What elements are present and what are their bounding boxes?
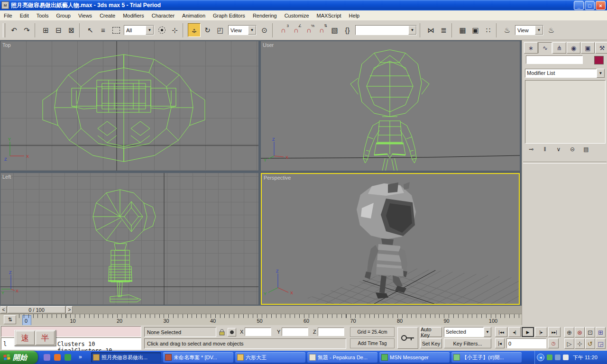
display-tab[interactable]: ▣ [581,42,595,54]
spinner-snap-toggle-button[interactable]: ∩⇅ [316,24,328,36]
percent-snap-toggle-button[interactable]: ∩% [303,24,315,36]
time-slider-handle[interactable]: 0 / 100 [8,306,65,313]
select-and-link-button[interactable]: ⊞ [40,24,52,36]
chevron-down-icon[interactable]: ▼ [248,26,256,35]
ime-halfwidth-button[interactable]: 半 [36,331,55,345]
go-to-end-button[interactable]: ▸▸| [548,327,561,337]
select-object-button[interactable]: ↖ [84,24,96,36]
add-time-tag[interactable]: Add Time Tag [350,338,395,348]
chevron-down-icon[interactable]: ▼ [484,327,491,337]
chevron-down-icon[interactable]: ▼ [408,26,416,35]
select-and-manipulate-button[interactable]: ⊹ [169,24,181,36]
time-configuration-button[interactable]: ◷ [548,338,559,348]
menu-customize[interactable]: Customize [281,12,313,19]
tray-msn-icon[interactable] [547,355,552,360]
bind-to-space-warp-button[interactable]: ⊠ [65,24,77,36]
x-coord-field[interactable] [245,328,271,336]
tray-hide-button[interactable]: ◂ [537,354,544,361]
modifier-stack-list[interactable] [525,80,606,144]
viewport-user[interactable]: User [261,41,520,171]
selection-lock-toggle[interactable] [218,328,226,337]
menu-rendering[interactable]: Rendering [249,12,281,19]
close-button[interactable]: × [596,1,606,10]
set-keys-button[interactable] [397,327,418,349]
select-and-rotate-button[interactable]: ↻ [202,24,213,36]
select-by-name-button[interactable]: ≡ [97,24,109,36]
menu-maxscript[interactable]: MAXScript [313,12,345,19]
render-type-dropdown[interactable]: View▼ [515,25,543,35]
hierarchy-tab[interactable]: ⋔ [552,42,566,54]
menu-views[interactable]: Views [74,12,96,19]
render-scene-button[interactable]: ♨ [501,24,513,36]
selection-filter-dropdown[interactable]: All▼ [124,25,154,35]
use-pivot-point-center-button[interactable]: ⊙ [258,24,270,36]
pin-stack-button[interactable]: ⊸ [525,145,537,154]
undo-button[interactable]: ↶ [8,24,20,36]
y-coord-field[interactable] [282,328,308,336]
media-player-icon[interactable] [64,354,71,361]
menu-help[interactable]: Help [345,12,364,19]
quick-launch-chevron[interactable]: » [79,354,82,360]
menu-character[interactable]: Character [148,12,178,19]
window-crossing-toggle[interactable] [156,24,168,36]
menu-create[interactable]: Create [96,12,119,19]
maximize-button[interactable]: □ [585,1,595,10]
menu-tools[interactable]: Tools [33,12,53,19]
arc-rotate-button[interactable]: ↺ [585,338,595,349]
key-mode-toggle-button[interactable]: |◂ [495,338,505,348]
movie-maker-icon[interactable] [44,354,50,361]
material-editor-button[interactable]: ∷ [482,24,494,36]
task-pepakura[interactable]: 無題 - Pepakura De... [307,352,377,363]
chevron-down-icon[interactable]: ▼ [146,26,154,35]
task-3dsmax[interactable]: 照月亮做容易做出... [91,352,161,363]
auto-key-button[interactable]: Auto Key [420,327,442,337]
zoom-extents-button[interactable]: ⊡ [585,327,595,337]
unlink-selection-button[interactable]: ⊟ [53,24,64,36]
key-filters-button[interactable]: Key Filters... [444,338,491,348]
make-unique-button[interactable]: ∨ [552,145,565,154]
menu-graph-editors[interactable]: Graph Editors [209,12,249,19]
select-and-scale-button[interactable]: ◰ [214,24,226,36]
go-to-start-button[interactable]: |◂◂ [495,327,507,337]
menu-file[interactable]: File [0,12,16,19]
firefox-icon[interactable] [54,354,61,361]
viewport-left[interactable]: Left [0,173,258,305]
reference-coordinate-system-dropdown[interactable]: View▼ [228,25,257,35]
angle-snap-toggle-button[interactable]: ∩∠ [290,24,302,36]
quick-render-button[interactable]: ♨ [545,24,557,36]
pan-button[interactable]: ⊹ [575,338,585,349]
modify-tab[interactable]: ∿ [538,42,552,54]
min-max-toggle-button[interactable]: ◲ [596,338,606,349]
menu-group[interactable]: Group [52,12,74,19]
chevron-down-icon[interactable]: ▼ [535,26,543,35]
next-frame-button[interactable]: |▸ [535,327,547,337]
keyboard-shortcut-override-toggle[interactable]: ▧ [329,24,340,36]
snap-toggle-button[interactable]: ∩3 [277,24,289,36]
select-and-move-button[interactable]: ↔↕ [188,23,201,37]
grid-setting[interactable]: Grid = 25.4cm [350,327,395,337]
create-tab[interactable]: ∗ [524,42,538,54]
task-chat[interactable]: 【小王子】(#)開... [451,352,522,363]
viewport-top[interactable]: Top [0,41,258,171]
task-folder[interactable]: 六形大王 [235,352,305,363]
previous-frame-arrow[interactable]: < [0,306,7,313]
open-mini-curve-editor-button[interactable]: ⇅ [4,315,16,324]
menu-animation[interactable]: Animation [178,12,209,19]
tray-pen-icon[interactable] [563,355,569,360]
ime-speed-button[interactable]: 速 [16,331,35,345]
key-mode-dropdown[interactable]: Selected ▼ [444,327,491,337]
named-selection-sets-dropdown[interactable]: ▼ [355,25,417,35]
toolbar-grip[interactable] [3,23,5,37]
mirror-button[interactable]: ⋈ [425,24,437,36]
viewport-perspective[interactable]: Perspective [261,173,520,305]
task-video-project[interactable]: 未命名專案 * [DV... [163,352,233,363]
rectangular-selection-region-button[interactable] [110,24,122,36]
field-of-view-button[interactable]: ▷ [564,338,574,349]
menu-edit[interactable]: Edit [16,12,33,19]
tray-network-icon[interactable] [555,355,561,360]
current-frame-field[interactable] [506,338,546,348]
remove-modifier-button[interactable]: ⊝ [566,145,579,154]
schematic-view-button[interactable]: ▣ [469,24,481,36]
z-coord-field[interactable] [318,328,344,336]
redo-button[interactable]: ↷ [21,24,33,36]
